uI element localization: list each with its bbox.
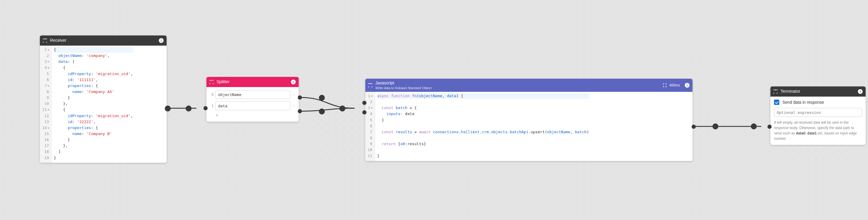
code-editor[interactable]: 1234567891011 async function fn(objectNa…: [365, 92, 692, 161]
splitter-row: 0: [210, 90, 295, 99]
svg-point-2: [292, 95, 293, 96]
svg-point-5: [294, 105, 295, 105]
flow-canvas[interactable]: { "nodes": { "receiver": { "title": "Rec…: [0, 0, 868, 220]
send-data-checkbox[interactable]: Send data in response: [774, 100, 862, 105]
node-body: 0 1 +: [207, 87, 299, 121]
svg-point-7: [294, 106, 295, 107]
node-title: Javascript Write data to Hubspot Standar…: [375, 81, 663, 89]
node-header[interactable]: Terminator i: [770, 86, 866, 97]
node-title: Splitter: [217, 80, 288, 84]
port[interactable]: [751, 123, 757, 129]
output-port[interactable]: [298, 95, 302, 100]
output-port[interactable]: [165, 106, 171, 111]
node-header[interactable]: Splitter i: [207, 77, 299, 87]
info-icon[interactable]: i: [858, 89, 863, 94]
info-icon[interactable]: i: [291, 80, 296, 84]
splitter-field[interactable]: [215, 101, 290, 110]
code-source[interactable]: async function fn(objectName, data) { co…: [375, 92, 592, 161]
svg-point-6: [292, 106, 293, 107]
node-subtitle: Write data to Hubspot Standard Object: [375, 86, 663, 90]
output-port[interactable]: [298, 109, 302, 113]
node-body: Send data in response If left empty, all…: [770, 97, 866, 145]
output-port[interactable]: [692, 125, 696, 129]
info-icon[interactable]: i: [685, 83, 689, 88]
drag-handle-icon[interactable]: [209, 80, 214, 84]
drag-handle-icon[interactable]: [43, 38, 47, 43]
checkbox-label: Send data in response: [782, 100, 824, 105]
node-title: Terminator: [780, 89, 856, 93]
port[interactable]: [319, 109, 325, 114]
drag-handle-icon[interactable]: [368, 83, 372, 87]
drag-handle-icon[interactable]: [773, 89, 778, 93]
expand-icon[interactable]: [663, 83, 667, 87]
input-port[interactable]: [362, 110, 367, 114]
add-row-button[interactable]: +: [210, 113, 295, 118]
line-gutter: 12345678910111213141516171819: [40, 46, 52, 163]
port[interactable]: [319, 95, 325, 101]
splitter-row: 1: [210, 101, 295, 110]
help-text: If left empty, all received data will be…: [774, 120, 862, 141]
line-gutter: 1234567891011: [365, 92, 375, 161]
port[interactable]: [339, 106, 345, 111]
code-source[interactable]: { objectName: 'company', data: [ { idPro…: [52, 46, 136, 163]
node-javascript[interactable]: Javascript Write data to Hubspot Standar…: [365, 79, 692, 161]
input-port[interactable]: [768, 125, 772, 129]
svg-point-4: [292, 105, 293, 105]
input-port[interactable]: [362, 101, 367, 105]
output-port[interactable]: [186, 106, 192, 111]
info-icon[interactable]: i: [159, 38, 164, 43]
checkbox-checked-icon: [774, 100, 779, 105]
svg-point-0: [292, 93, 293, 94]
port[interactable]: [712, 123, 718, 129]
node-header[interactable]: Receiver i: [40, 35, 166, 46]
row-index: 1: [210, 104, 214, 108]
timing-badge: 400ms: [669, 83, 680, 87]
grip-icon[interactable]: [292, 93, 295, 96]
node-splitter[interactable]: Splitter i 0 1 +: [207, 77, 299, 121]
node-title: Receiver: [50, 38, 156, 43]
code-editor[interactable]: 12345678910111213141516171819 { objectNa…: [40, 46, 166, 163]
splitter-field[interactable]: [215, 90, 290, 99]
svg-point-1: [294, 93, 295, 94]
input-port[interactable]: [204, 106, 208, 110]
node-header[interactable]: Javascript Write data to Hubspot Standar…: [365, 79, 692, 92]
grip-icon[interactable]: [292, 104, 295, 107]
node-terminator[interactable]: Terminator i Send data in response If le…: [770, 86, 866, 145]
expression-input[interactable]: [774, 108, 862, 117]
node-receiver[interactable]: Receiver i 12345678910111213141516171819…: [40, 35, 166, 163]
svg-point-3: [294, 95, 295, 96]
row-index: 0: [210, 92, 214, 97]
